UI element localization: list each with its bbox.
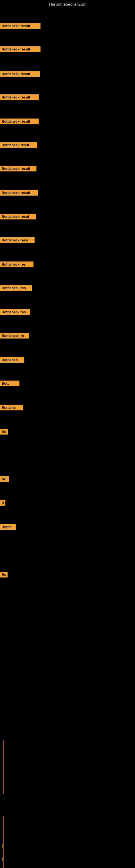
bottleneck-result-badge: Bottleneck result (0, 46, 41, 52)
bottleneck-result-badge: Bottleneck res (0, 309, 30, 315)
bottleneck-result-badge: Bottleneck result (0, 23, 41, 29)
bottleneck-result-badge: Bottleneck result (0, 190, 38, 195)
bottleneck-result-badge: B (0, 500, 5, 506)
bottleneck-result-badge: Bott (0, 380, 19, 386)
bottleneck-result-badge: Bottleneck res (0, 285, 32, 291)
bottleneck-result-badge: Bo (0, 429, 8, 435)
vertical-bar-1 (3, 740, 3, 794)
bottleneck-result-badge: Bottleneck resu (0, 237, 35, 243)
bottleneck-result-badge: Bottlenec (0, 357, 24, 363)
bottleneck-result-badge: Bottle (0, 524, 16, 530)
bottleneck-result-badge: Bottleneck resul (0, 142, 37, 148)
bottleneck-result-badge: Bottleneck resul (0, 214, 36, 219)
bottleneck-result-badge: Bottleneck res (0, 261, 34, 267)
bottleneck-result-badge: Bottleneck result (0, 166, 37, 172)
bottleneck-result-badge: Bottleneck result (0, 94, 39, 100)
bottom-mark-0: | (2, 843, 3, 848)
bottleneck-result-badge: Bottleneck result (0, 71, 40, 77)
bottleneck-result-badge: Bottleneck result (0, 119, 39, 124)
bottom-mark-1: | (2, 857, 3, 862)
bottleneck-result-badge: Bo (0, 572, 8, 578)
bottleneck-result-badge: Bottleneck re (0, 333, 29, 339)
site-title: TheBottlenecker.com (0, 0, 135, 8)
bottleneck-result-badge: Bo (0, 476, 9, 482)
bottleneck-result-badge: Bottlene (0, 405, 23, 410)
